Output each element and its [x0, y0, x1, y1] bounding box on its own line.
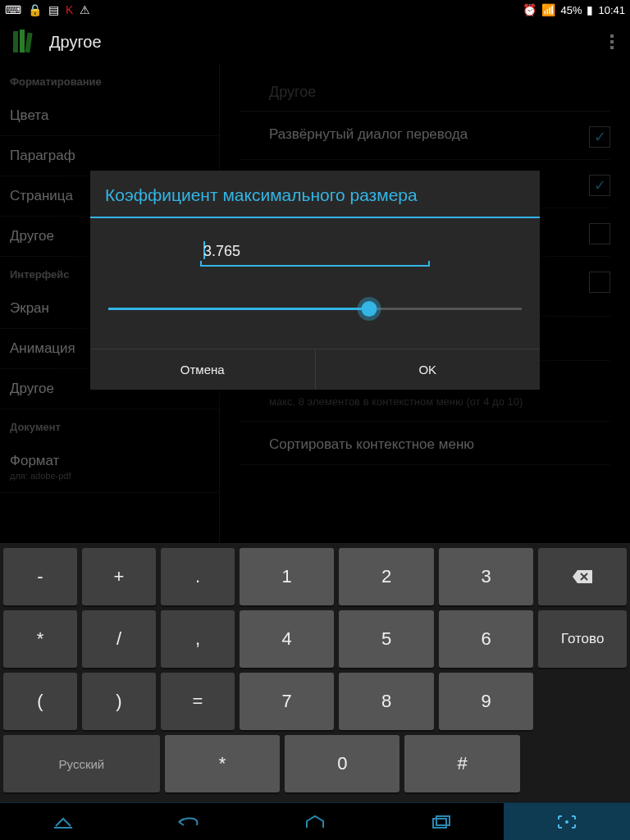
sd-icon: ▤ — [48, 3, 59, 16]
key-5[interactable]: 5 — [339, 610, 433, 668]
numeric-keyboard: - + . 1 2 3 * / , 4 5 6 Готово ( ) = 7 8… — [0, 543, 630, 802]
key-equals[interactable]: = — [161, 673, 235, 730]
navigation-bar — [0, 802, 630, 840]
status-bar: ⌨ 🔒 ▤ K ⚠ ⏰ 📶 45% ▮ 10:41 — [0, 0, 630, 20]
key-8[interactable]: 8 — [339, 673, 433, 730]
slider-thumb[interactable] — [361, 301, 377, 317]
ok-button[interactable]: OK — [316, 349, 541, 390]
value-input-wrap[interactable] — [200, 238, 430, 267]
app-icon[interactable] — [10, 27, 39, 57]
key-hash[interactable]: # — [404, 735, 519, 792]
key-dot[interactable]: . — [161, 548, 235, 605]
keyboard-icon: ⌨ — [5, 3, 21, 16]
checkbox-icon[interactable] — [589, 272, 610, 293]
key-backspace[interactable] — [538, 548, 627, 605]
slider[interactable] — [108, 296, 522, 321]
key-7[interactable]: 7 — [240, 673, 334, 730]
key-3[interactable]: 3 — [439, 548, 533, 605]
nav-recent-button[interactable] — [378, 803, 504, 840]
warning-icon: ⚠ — [80, 3, 90, 16]
nav-back-button[interactable] — [126, 803, 253, 840]
svg-rect-1 — [20, 30, 25, 52]
lock-icon: 🔒 — [28, 3, 42, 16]
key-9[interactable]: 9 — [439, 673, 533, 730]
svg-rect-4 — [433, 819, 446, 828]
antivirus-icon: K — [66, 3, 73, 16]
checkbox-checked-icon[interactable]: ✓ — [589, 175, 610, 196]
sidebar-item-format[interactable]: Формат для: adobe-pdf — [0, 441, 219, 493]
slider-fill — [108, 308, 369, 310]
main-header: Другое — [240, 64, 610, 112]
setting-row[interactable]: Развёрнутый диалог перевода ✓ — [240, 112, 610, 160]
sidebar-header-document: Документ — [0, 409, 219, 441]
dialog: Коэффициент максимального размера Отмена… — [90, 171, 540, 390]
key-slash[interactable]: / — [82, 610, 156, 668]
key-plus[interactable]: + — [82, 548, 156, 605]
setting-row[interactable]: Сортировать контекстное меню — [240, 422, 610, 465]
nav-up-button[interactable] — [0, 803, 126, 840]
page-title: Другое — [49, 33, 102, 52]
signal-icon: 📶 — [541, 3, 555, 16]
value-input[interactable] — [200, 238, 430, 267]
key-minus[interactable]: - — [3, 548, 77, 605]
key-6[interactable]: 6 — [439, 610, 533, 668]
key-done[interactable]: Готово — [538, 610, 627, 668]
battery-percent: 45% — [560, 4, 582, 16]
svg-point-6 — [565, 820, 568, 824]
svg-rect-2 — [25, 33, 32, 53]
checkbox-checked-icon[interactable]: ✓ — [589, 126, 610, 148]
nav-home-button[interactable] — [252, 803, 378, 840]
battery-icon: ▮ — [587, 3, 593, 16]
key-1[interactable]: 1 — [240, 548, 334, 605]
key-star2[interactable]: * — [165, 735, 280, 792]
key-lparen[interactable]: ( — [3, 673, 77, 730]
key-2[interactable]: 2 — [339, 548, 433, 605]
key-rparen[interactable]: ) — [82, 673, 156, 730]
key-language[interactable]: Русский — [3, 735, 160, 792]
sidebar-item-format-sub: для: adobe-pdf — [10, 471, 209, 481]
sidebar-header-formatting: Форматирование — [0, 64, 219, 96]
nav-screenshot-button[interactable] — [504, 803, 630, 840]
key-star[interactable]: * — [3, 610, 77, 668]
clock: 10:41 — [598, 4, 625, 16]
sidebar-item-colors[interactable]: Цвета — [0, 96, 219, 136]
setting-desc: макс. 8 элементов в контекстном меню (от… — [269, 395, 610, 409]
key-0[interactable]: 0 — [285, 735, 399, 792]
sidebar-item-format-title: Формат — [10, 453, 209, 469]
app-bar: Другое — [0, 20, 630, 64]
svg-rect-0 — [13, 31, 18, 52]
backspace-icon — [571, 568, 594, 585]
cancel-button[interactable]: Отмена — [90, 349, 316, 390]
alarm-icon: ⏰ — [523, 3, 536, 16]
dialog-title: Коэффициент максимального размера — [90, 171, 540, 218]
overflow-menu-icon[interactable] — [604, 28, 620, 56]
setting-title: Сортировать контекстное меню — [269, 436, 610, 453]
setting-title: Развёрнутый диалог перевода — [269, 126, 579, 143]
key-comma[interactable]: , — [161, 610, 235, 668]
svg-rect-5 — [436, 816, 450, 825]
checkbox-icon[interactable] — [589, 223, 610, 244]
key-4[interactable]: 4 — [240, 610, 334, 668]
